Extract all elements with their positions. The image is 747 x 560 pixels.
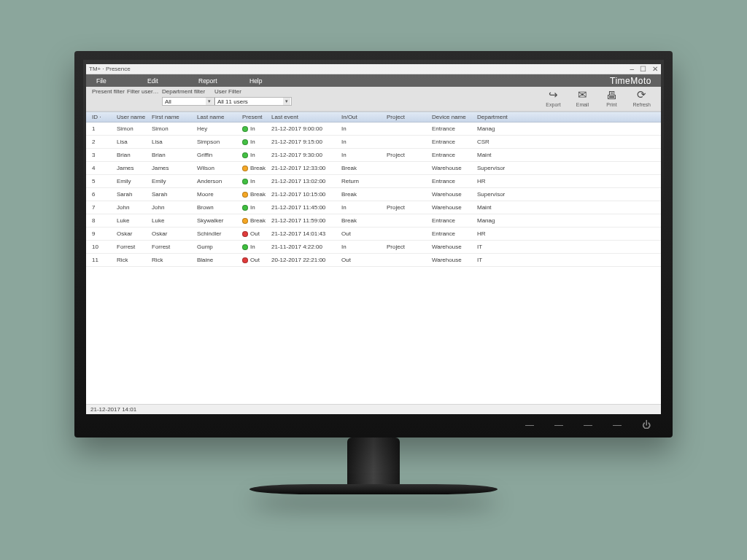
cell-last-event: 21-12-2017 12:33:00 [271,165,341,171]
cell-device: Warehouse [432,244,477,250]
table-row[interactable]: 10ForrestForrestGumpIn21-11-2017 4:22:00… [86,241,661,254]
col-project[interactable]: Project [387,114,432,120]
cell-device: Entrance [432,178,477,184]
cell-first-name: Brian [152,152,197,158]
cell-department: Manag [477,217,522,224]
cell-department: Maint [477,204,522,211]
col-first-name[interactable]: First name [152,114,197,120]
menu-edit[interactable]: Edit [147,77,198,85]
cell-department: IT [477,257,522,263]
cell-first-name: John [152,204,197,211]
menu-report[interactable]: Report [198,77,249,85]
cell-first-name: Rick [152,257,197,263]
col-device[interactable]: Device name [432,114,477,120]
table-row[interactable]: 11RickRickBlaineOut20-12-2017 22:21:00Ou… [86,254,661,267]
cell-last-event: 21-12-2017 14:01:43 [271,230,341,237]
table-row[interactable]: 6SarahSarahMooreBreak21-12-2017 10:15:00… [86,188,661,201]
department-filter-select[interactable]: All ▾ [162,97,214,106]
cell-id: 10 [88,244,117,250]
chevron-down-icon: ▾ [206,98,213,105]
cell-last-event: 21-12-2017 9:00:00 [271,125,341,132]
print-label: Print [606,102,616,107]
col-present[interactable]: Present [242,114,271,120]
department-filter-value: All [165,98,171,105]
col-last-event[interactable]: Last event [271,114,341,120]
user-filter-select[interactable]: All 11 users ▾ [214,97,292,106]
cell-last-event: 21-12-2017 9:30:00 [271,152,341,158]
user-filter-label: User Filter [214,88,292,95]
cell-in-out: Out [341,257,387,263]
app-window: TM+ · Presence – ☐ ✕ File Edit Report He… [86,64,661,414]
cell-device: Entrance [432,217,477,224]
col-user-name[interactable]: User name [117,114,152,120]
cell-first-name: Oskar [152,230,197,237]
window-controls: – ☐ ✕ [630,65,658,73]
cell-device: Entrance [432,230,477,237]
user-filter-value: All 11 users [217,98,248,105]
cell-user-name: Luke [117,217,152,224]
col-department[interactable]: Department [477,114,522,120]
monitor-stand-base [249,484,498,494]
table-row[interactable]: 9OskarOskarSchindlerOut21-12-2017 14:01:… [86,228,661,241]
cell-last-name: Moore [197,191,242,198]
cell-department: IT [477,244,522,250]
table-row[interactable]: 7JohnJohnBrownIn21-12-2017 11:45:00InPro… [86,201,661,214]
monitor-bezel: TM+ · Presence – ☐ ✕ File Edit Report He… [74,51,673,438]
cell-present: In [242,139,271,145]
export-button[interactable]: ↪ Export [545,88,561,107]
table-row[interactable]: 3BrianBrianGriffinIn21-12-2017 9:30:00In… [86,149,661,162]
cell-user-name: Brian [117,152,152,158]
col-id[interactable]: ID · [88,114,117,120]
cell-department: CSR [477,139,522,145]
cell-first-name: Sarah [152,191,197,198]
export-icon: ↪ [545,88,561,101]
menu-help[interactable]: Help [249,77,301,85]
table-row[interactable]: 1SimonSimonHeyIn21-12-2017 9:00:00InEntr… [86,122,661,136]
table-row[interactable]: 4JamesJamesWilsonBreak21-12-2017 12:33:0… [86,162,661,175]
cell-present: In [242,178,271,184]
col-in-out[interactable]: In/Out [341,114,387,120]
close-button[interactable]: ✕ [652,65,658,73]
present-filter-label: Present filter [92,88,127,95]
cell-first-name: Luke [152,217,197,224]
cell-id: 5 [88,178,117,184]
cell-id: 7 [88,204,117,211]
table-row[interactable]: 8LukeLukeSkywalkerBreak21-12-2017 11:59:… [86,214,661,228]
cell-project: Project [387,152,432,158]
cell-last-name: Wilson [197,165,242,171]
monitor-hard-buttons: ————⏻ [525,420,652,430]
maximize-button[interactable]: ☐ [640,65,646,73]
email-button[interactable]: ✉ Email [574,88,590,107]
cell-department: Supervisor [477,191,522,198]
app-brand: TimeMoto [610,76,661,86]
cell-last-event: 21-12-2017 11:45:00 [271,204,341,211]
cell-user-name: Simon [117,125,152,132]
cell-first-name: Lisa [152,139,197,145]
cell-department: Manag [477,125,522,132]
cell-last-name: Skywalker [197,217,242,224]
print-button[interactable]: 🖶 Print [603,88,619,107]
cell-user-name: Forrest [117,244,152,250]
presence-dot-icon [242,257,248,263]
cell-id: 4 [88,165,117,171]
col-last-name[interactable]: Last name [197,114,242,120]
cell-first-name: Emily [152,178,197,184]
table-row[interactable]: 5EmilyEmilyAndersonIn21-12-2017 13:02:00… [86,175,661,188]
table-body: 1SimonSimonHeyIn21-12-2017 9:00:00InEntr… [86,122,661,267]
cell-present: In [242,152,271,158]
user-search-label: Filter user… [127,88,162,95]
cell-last-name: Anderson [197,178,242,184]
table-header[interactable]: ID · User name First name Last name Pres… [86,112,661,122]
cell-device: Entrance [432,152,477,158]
menu-file[interactable]: File [96,77,147,85]
cell-present: Out [242,230,271,237]
cell-present: Out [242,257,271,263]
table-row[interactable]: 2LisaLisaSimpsonIn21-12-2017 9:15:00InEn… [86,136,661,149]
cell-present: In [242,125,271,132]
minimize-button[interactable]: – [630,65,634,73]
cell-present: In [242,244,271,250]
mail-icon: ✉ [574,88,590,101]
presence-dot-icon [242,218,248,224]
cell-department: HR [477,178,522,184]
refresh-button[interactable]: ⟳ Refresh [632,88,651,107]
